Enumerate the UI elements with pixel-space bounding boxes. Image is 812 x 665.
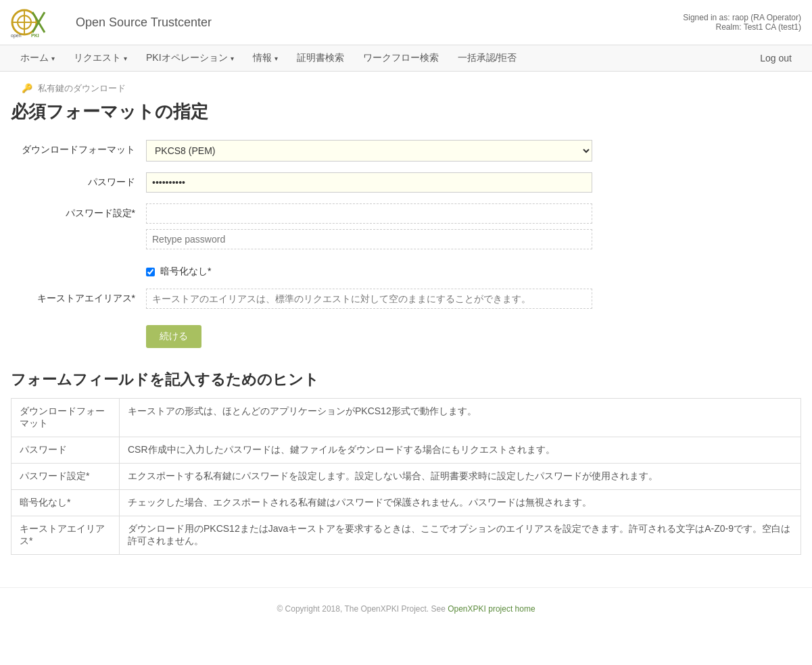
nav-item-cert-search[interactable]: 証明書検索 [287,45,354,71]
no-encrypt-checkbox[interactable] [146,268,155,276]
retype-password-input[interactable] [146,229,592,249]
signed-in-label: Signed in as: [683,13,730,22]
hint-field-0: ダウンロードフォーマット [11,399,120,437]
nav-item-info[interactable]: 情報 ▾ [243,45,287,71]
site-title: Open Source Trustcenter [76,16,212,30]
hint-field-4: キーストアエイリアス* [11,516,120,555]
keystore-alias-input[interactable] [146,289,592,309]
keystore-alias-label: キーストアエイリアス* [11,289,146,305]
password-set-row: パスワード設定* [11,203,801,249]
submit-row: 続ける [11,320,801,348]
keystore-alias-row: キーストアエイリアス* [11,289,801,309]
nav-item-workflow-search[interactable]: ワークフロー検索 [354,45,448,71]
no-encrypt-label-spacer [11,260,146,264]
hint-text-0: キーストアの形式は、ほとんどのアプリケーションがPKCS12形式で動作します。 [120,399,801,437]
password-field [146,172,592,193]
header: open PKI Open Source Trustcenter Signed … [0,0,812,45]
password-set-field [146,203,592,249]
navbar: ホーム ▾ リクエスト ▾ PKIオペレーション ▾ 情報 ▾ 証明書検索 ワー… [0,45,812,72]
key-icon: 🔑 [22,83,32,93]
realm-text: Realm: Test1 CA (test1) [683,22,801,32]
header-user-info: Signed in as: raop (RA Operator) Realm: … [683,13,801,32]
chevron-down-icon: ▾ [124,55,127,62]
hint-row-0: ダウンロードフォーマット キーストアの形式は、ほとんどのアプリケーションがPKC… [11,399,801,437]
hint-field-1: パスワード [11,437,120,464]
breadcrumb: 🔑 私有鍵のダウンロード [11,77,801,100]
password-row: パスワード [11,172,801,193]
footer: © Copyright 2018, The OpenXPKI Project. … [0,587,812,630]
nav-item-pki-ops[interactable]: PKIオペレーション ▾ [137,45,243,71]
nav-item-home[interactable]: ホーム ▾ [11,45,64,71]
logo-icon: open PKI [11,5,65,39]
password-set-input[interactable] [146,203,592,224]
breadcrumb-label: 私有鍵のダウンロード [38,83,126,93]
chevron-down-icon: ▾ [274,55,278,62]
no-encrypt-checkbox-row: 暗号化なし* [146,266,592,278]
submit-label-spacer [11,320,146,324]
logout-button[interactable]: Log out [750,46,801,70]
download-format-row: ダウンロードフォーマット PKCS8 (PEM) PKCS12 JKS [11,140,801,162]
submit-field: 続ける [146,320,592,348]
svg-text:open: open [11,33,22,39]
hint-text-2: エクスポートする私有鍵にパスワードを設定します。設定しない場合、証明書要求時に設… [120,464,801,490]
footer-link[interactable]: OpenXPKI project home [448,604,535,614]
hint-text-3: チェックした場合、エクスポートされる私有鍵はパスワードで保護されません。パスワー… [120,490,801,516]
hint-row-4: キーストアエイリアス* ダウンロード用のPKCS12またはJavaキーストアを要… [11,516,801,555]
hint-field-2: パスワード設定* [11,464,120,490]
password-input[interactable] [146,172,592,193]
no-encrypt-row: 暗号化なし* [11,260,801,278]
chevron-down-icon: ▾ [231,55,234,62]
hints-table: ダウンロードフォーマット キーストアの形式は、ほとんどのアプリケーションがPKC… [11,398,801,555]
footer-copyright: © Copyright 2018, The OpenXPKI Project. … [277,604,445,614]
svg-text:PKI: PKI [31,33,39,38]
password-label: パスワード [11,172,146,189]
hints-section: フォームフィールドを記入するためのヒント ダウンロードフォーマット キーストアの… [11,370,801,555]
submit-button[interactable]: 続ける [146,325,201,348]
nav-item-request[interactable]: リクエスト ▾ [64,45,137,71]
realm-value: Test1 CA (test1) [744,22,801,32]
logo: open PKI [11,5,65,39]
password-set-label: パスワード設定* [11,203,146,220]
no-encrypt-checkbox-label: 暗号化なし* [160,266,211,278]
keystore-alias-field [146,289,592,309]
nav-item-bulk-approve[interactable]: 一括承認/拒否 [448,45,527,71]
hint-field-3: 暗号化なし* [11,490,120,516]
hints-title: フォームフィールドを記入するためのヒント [11,370,801,390]
hint-row-2: パスワード設定* エクスポートする私有鍵にパスワードを設定します。設定しない場合… [11,464,801,490]
download-format-select[interactable]: PKCS8 (PEM) PKCS12 JKS [146,140,592,162]
no-encrypt-field: 暗号化なし* [146,260,592,278]
chevron-down-icon: ▾ [51,55,55,62]
page-title: 必須フォーマットの指定 [11,100,801,124]
realm-label: Realm: [715,22,741,32]
hint-row-3: 暗号化なし* チェックした場合、エクスポートされる私有鍵はパスワードで保護されま… [11,490,801,516]
hint-text-4: ダウンロード用のPKCS12またはJavaキーストアを要求するときは、ここでオプ… [120,516,801,555]
header-left: open PKI Open Source Trustcenter [11,5,212,39]
signed-in-user: raop (RA Operator) [732,13,801,22]
signed-in-text: Signed in as: raop (RA Operator) [683,13,801,22]
download-format-label: ダウンロードフォーマット [11,140,146,156]
form-section: ダウンロードフォーマット PKCS8 (PEM) PKCS12 JKS パスワー… [11,140,801,348]
main-content: 🔑 私有鍵のダウンロード 必須フォーマットの指定 ダウンロードフォーマット PK… [0,72,812,571]
nav-items: ホーム ▾ リクエスト ▾ PKIオペレーション ▾ 情報 ▾ 証明書検索 ワー… [11,45,526,71]
download-format-field: PKCS8 (PEM) PKCS12 JKS [146,140,592,162]
hint-text-1: CSR作成中に入力したパスワードは、鍵ファイルをダウンロードする場合にもリクエス… [120,437,801,464]
hint-row-1: パスワード CSR作成中に入力したパスワードは、鍵ファイルをダウンロードする場合… [11,437,801,464]
